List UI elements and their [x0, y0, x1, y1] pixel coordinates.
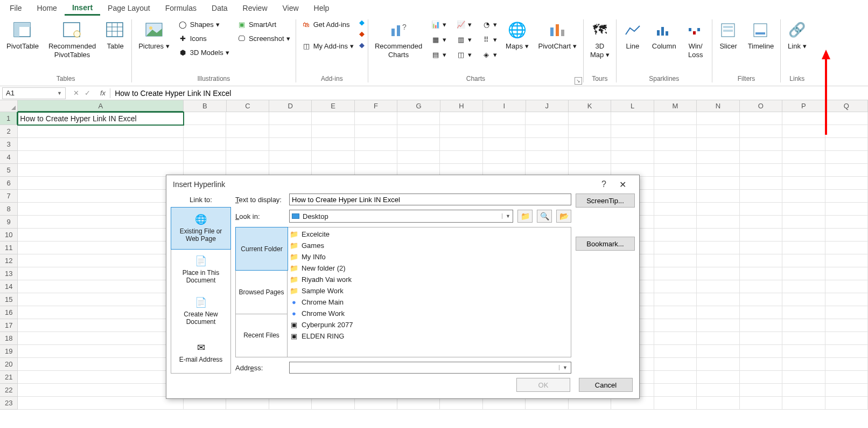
cell[interactable] [184, 151, 226, 164]
cell[interactable] [654, 254, 697, 267]
cell[interactable] [611, 112, 654, 125]
cell[interactable] [825, 254, 868, 267]
cell[interactable] [654, 293, 697, 306]
cell[interactable] [18, 254, 183, 267]
cell[interactable] [782, 112, 825, 125]
cell[interactable] [740, 358, 782, 371]
cell[interactable] [782, 384, 825, 397]
col-header[interactable]: B [184, 100, 226, 112]
col-header[interactable]: K [569, 100, 611, 112]
cell[interactable] [654, 267, 697, 280]
row-header[interactable]: 23 [0, 397, 18, 410]
tab-insert[interactable]: Insert [65, 1, 100, 16]
cell[interactable] [740, 384, 782, 397]
cell[interactable] [782, 151, 825, 164]
cell[interactable] [697, 280, 739, 293]
cell[interactable] [697, 358, 739, 371]
row-header[interactable]: 17 [0, 319, 18, 332]
cell[interactable] [18, 164, 183, 177]
cell[interactable] [740, 164, 782, 177]
cell[interactable] [825, 112, 868, 125]
cell[interactable] [397, 125, 440, 138]
cell[interactable] [740, 293, 782, 306]
file-item[interactable]: 📁New folder (2) [289, 263, 570, 274]
cell[interactable] [697, 190, 739, 203]
cell[interactable] [782, 332, 825, 345]
cell[interactable] [312, 112, 354, 125]
cell[interactable] [697, 345, 739, 358]
cell[interactable] [226, 125, 269, 138]
cell[interactable] [740, 254, 782, 267]
cell[interactable] [18, 319, 183, 332]
cell[interactable] [654, 112, 697, 125]
row-header[interactable]: 2 [0, 125, 18, 138]
file-item[interactable]: 📁Riyadh Vai work [289, 274, 570, 285]
pie-chart-button[interactable]: ◔▾ [479, 18, 499, 30]
cell[interactable] [569, 112, 611, 125]
cell[interactable] [18, 151, 183, 164]
cell[interactable] [740, 177, 782, 190]
line-chart-button[interactable]: 📈▾ [454, 18, 474, 30]
cell[interactable] [654, 332, 697, 345]
cell[interactable] [782, 190, 825, 203]
cell[interactable] [740, 371, 782, 384]
cell[interactable] [269, 112, 312, 125]
col-header[interactable]: A [18, 100, 184, 112]
col-header[interactable]: O [740, 100, 782, 112]
3dmodels-button[interactable]: ⬢3D Models ▾ [176, 46, 232, 58]
text-to-display-input[interactable] [289, 194, 571, 205]
cell[interactable] [782, 267, 825, 280]
lookin-select[interactable]: Desktop ▼ [289, 210, 513, 223]
cell[interactable] [654, 216, 697, 229]
cell[interactable] [611, 151, 654, 164]
rec-pivottables-button[interactable]: Recommended PivotTables [45, 18, 99, 61]
enter-icon[interactable]: ✓ [85, 89, 90, 97]
col-header[interactable]: D [269, 100, 312, 112]
stat-chart-button[interactable]: ▥▾ [454, 33, 474, 45]
cell[interactable] [18, 345, 183, 358]
row-header[interactable]: 9 [0, 216, 18, 229]
cell[interactable] [440, 112, 482, 125]
cell[interactable] [483, 125, 526, 138]
table-button[interactable]: Table [102, 18, 128, 53]
cell[interactable] [782, 229, 825, 241]
cell[interactable] [18, 190, 183, 203]
pivotchart-button[interactable]: PivotChart ▾ [535, 18, 580, 53]
cell[interactable] [825, 241, 868, 254]
cell[interactable] [654, 151, 697, 164]
cell[interactable] [825, 190, 868, 203]
cell[interactable] [654, 371, 697, 384]
cell[interactable] [782, 216, 825, 229]
address-input[interactable]: ▼ [289, 362, 571, 374]
cell[interactable] [654, 190, 697, 203]
row-header[interactable]: 1 [0, 112, 18, 125]
col-header[interactable]: F [355, 100, 397, 112]
cell[interactable] [18, 125, 183, 138]
col-header[interactable]: C [227, 100, 269, 112]
row-header[interactable]: 20 [0, 358, 18, 371]
cell[interactable] [782, 319, 825, 332]
cell[interactable] [825, 358, 868, 371]
cell[interactable] [184, 138, 226, 151]
pictures-button[interactable]: Pictures ▾ [135, 18, 173, 53]
col-header[interactable]: J [526, 100, 569, 112]
cell[interactable] [825, 397, 868, 410]
waterfall-button[interactable]: ▤▾ [429, 49, 449, 60]
tab-view[interactable]: View [275, 2, 306, 15]
cell[interactable] [18, 306, 183, 319]
cell[interactable] [825, 125, 868, 138]
row-header[interactable]: 5 [0, 164, 18, 177]
cell[interactable] [654, 177, 697, 190]
col-header[interactable]: G [397, 100, 440, 112]
linkto-item[interactable]: 🌐Existing File or Web Page [171, 207, 231, 250]
cell[interactable] [18, 371, 183, 384]
tab-review[interactable]: Review [235, 2, 275, 15]
up-folder-button[interactable]: 📁 [517, 210, 533, 223]
browse-tab[interactable]: Current Folder [235, 227, 288, 271]
cell[interactable] [355, 125, 397, 138]
icons-button[interactable]: ✚Icons [176, 32, 232, 44]
screenshot-button[interactable]: 🖵Screenshot ▾ [235, 32, 292, 44]
cell[interactable] [782, 164, 825, 177]
cell[interactable] [825, 332, 868, 345]
cell[interactable] [654, 138, 697, 151]
